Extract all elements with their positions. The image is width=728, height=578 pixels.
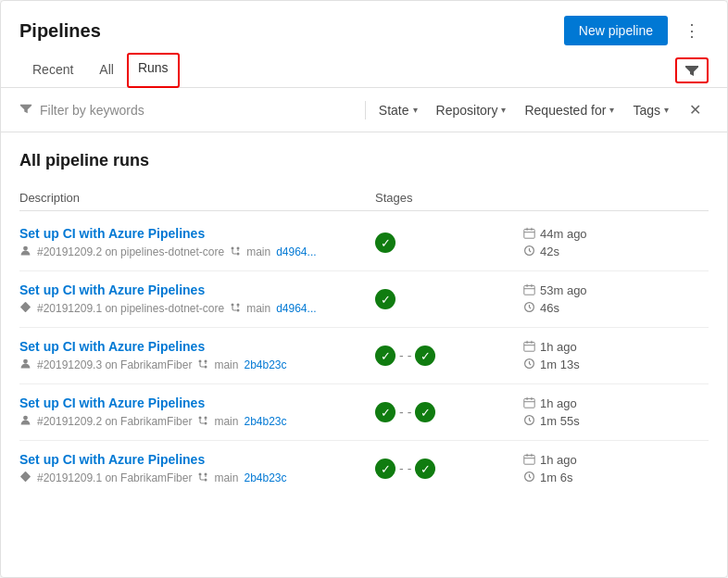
col-stages: Stages xyxy=(375,191,523,205)
time-ago-row: 1h ago xyxy=(523,396,709,411)
svg-point-20 xyxy=(205,421,207,424)
pipeline-meta: #20191209.2 on pipelines-dotnet-core mai… xyxy=(19,245,375,259)
svg-point-1 xyxy=(232,246,234,249)
time-col: 1h ago 1m 55s xyxy=(523,396,709,429)
run-icon xyxy=(19,358,31,372)
time-col: 1h ago 1m 13s xyxy=(523,340,709,372)
tags-chevron-icon: ▾ xyxy=(664,105,669,115)
filter-keywords-input[interactable]: Filter by keywords xyxy=(40,103,361,118)
tab-all[interactable]: All xyxy=(86,53,127,88)
pipeline-name[interactable]: Set up CI with Azure Pipelines xyxy=(19,283,375,297)
clear-filters-button[interactable]: ✕ xyxy=(682,97,709,122)
stage-dash-icon: - xyxy=(399,461,404,476)
filter-divider-1 xyxy=(365,101,366,119)
time-ago: 44m ago xyxy=(540,227,587,241)
time-ago: 1h ago xyxy=(540,396,577,410)
tab-recent[interactable]: Recent xyxy=(19,53,86,88)
time-ago: 53m ago xyxy=(540,283,587,297)
svg-point-13 xyxy=(199,359,202,362)
pipeline-name[interactable]: Set up CI with Azure Pipelines xyxy=(19,339,375,354)
main-container: Pipelines New pipeline ⋮ Recent All Runs xyxy=(0,0,728,578)
svg-rect-22 xyxy=(524,398,534,408)
stage-check-icon: ✓ xyxy=(375,346,395,366)
commit-hash: 2b4b23c xyxy=(244,471,286,484)
pipeline-name[interactable]: Set up CI with Azure Pipelines xyxy=(19,396,375,410)
pipeline-info: Set up CI with Azure Pipelines #20191209… xyxy=(19,339,375,372)
page-header: Pipelines New pipeline ⋮ xyxy=(1,1,727,45)
branch-name: main xyxy=(246,302,270,315)
header-actions: New pipeline ⋮ xyxy=(564,16,709,45)
stage-check-icon: ✓ xyxy=(375,289,395,309)
new-pipeline-button[interactable]: New pipeline xyxy=(564,16,668,45)
pipeline-meta: #20191209.1 on FabrikamFiber main 2b4b23… xyxy=(19,471,375,485)
stages-col: ✓--✓ xyxy=(375,402,523,422)
stage-dash-icon: - xyxy=(399,348,404,363)
svg-rect-16 xyxy=(524,342,534,351)
duration-row: 1m 55s xyxy=(523,414,709,429)
table-header: Description Stages xyxy=(19,185,709,211)
filter-bar: Filter by keywords State ▾ Repository ▾ … xyxy=(1,88,727,132)
pipeline-info: Set up CI with Azure Pipelines #20191209… xyxy=(19,283,375,316)
tab-runs[interactable]: Runs xyxy=(127,53,180,88)
content-area: All pipeline runs Description Stages Set… xyxy=(1,132,727,506)
time-col: 1h ago 1m 6s xyxy=(523,453,709,485)
branch-icon xyxy=(197,471,208,485)
svg-point-9 xyxy=(237,303,240,306)
table-row: Set up CI with Azure Pipelines #20191209… xyxy=(19,215,709,271)
calendar-icon xyxy=(523,340,535,355)
stage-check-icon: ✓ xyxy=(415,402,435,422)
svg-point-7 xyxy=(232,303,234,306)
svg-point-26 xyxy=(205,478,207,481)
requested-for-chevron-icon: ▾ xyxy=(609,105,614,115)
duration: 46s xyxy=(540,301,559,315)
table-row: Set up CI with Azure Pipelines #20191209… xyxy=(19,271,709,328)
filter-toggle-button[interactable] xyxy=(675,57,709,83)
calendar-icon xyxy=(523,453,535,468)
run-number: #20191209.2 on FabrikamFiber xyxy=(37,415,192,428)
more-options-button[interactable]: ⋮ xyxy=(675,16,709,45)
svg-point-8 xyxy=(237,308,240,311)
run-icon xyxy=(19,414,31,429)
col-time xyxy=(523,191,709,205)
time-ago: 1h ago xyxy=(540,340,577,354)
pipeline-name[interactable]: Set up CI with Azure Pipelines xyxy=(19,452,375,467)
time-ago-row: 1h ago xyxy=(523,453,709,468)
stage-dash-icon: - xyxy=(408,461,412,476)
repository-filter-dropdown[interactable]: Repository ▾ xyxy=(427,99,516,121)
clock-icon xyxy=(523,301,535,316)
filter-icon xyxy=(684,63,699,78)
stages-col: ✓ xyxy=(375,232,523,253)
repository-chevron-icon: ▾ xyxy=(501,105,506,115)
run-number: #20191209.2 on pipelines-dotnet-core xyxy=(37,245,224,258)
requested-for-filter-dropdown[interactable]: Requested for ▾ xyxy=(515,99,623,121)
svg-point-2 xyxy=(237,252,240,255)
state-filter-dropdown[interactable]: State ▾ xyxy=(370,99,427,121)
clock-icon xyxy=(523,358,535,372)
run-icon xyxy=(19,301,31,316)
svg-point-0 xyxy=(23,246,28,251)
duration: 1m 6s xyxy=(540,471,572,484)
tags-filter-dropdown[interactable]: Tags ▾ xyxy=(623,99,678,121)
pipeline-meta: #20191209.3 on FabrikamFiber main 2b4b23… xyxy=(19,358,375,372)
commit-hash: d4964... xyxy=(276,302,316,315)
stages-col: ✓--✓ xyxy=(375,346,523,366)
time-ago-row: 1h ago xyxy=(523,340,709,355)
tabs-list: Recent All Runs xyxy=(19,53,180,87)
branch-name: main xyxy=(214,358,238,371)
commit-hash: d4964... xyxy=(276,245,316,258)
run-number: #20191209.1 on FabrikamFiber xyxy=(37,471,192,484)
pipeline-name[interactable]: Set up CI with Azure Pipelines xyxy=(19,226,375,241)
svg-rect-10 xyxy=(524,285,534,295)
svg-point-15 xyxy=(205,359,207,362)
runs-list: Set up CI with Azure Pipelines #20191209… xyxy=(19,215,709,496)
stage-dash-icon: - xyxy=(408,405,412,420)
stages-col: ✓--✓ xyxy=(375,459,523,479)
branch-icon xyxy=(230,302,241,316)
calendar-icon xyxy=(523,396,535,411)
pipeline-meta: #20191209.2 on FabrikamFiber main 2b4b23… xyxy=(19,414,375,429)
svg-point-25 xyxy=(199,472,202,475)
svg-rect-28 xyxy=(524,455,534,464)
table-row: Set up CI with Azure Pipelines #20191209… xyxy=(19,384,709,441)
time-ago-row: 53m ago xyxy=(523,283,709,298)
time-ago: 1h ago xyxy=(540,453,577,467)
